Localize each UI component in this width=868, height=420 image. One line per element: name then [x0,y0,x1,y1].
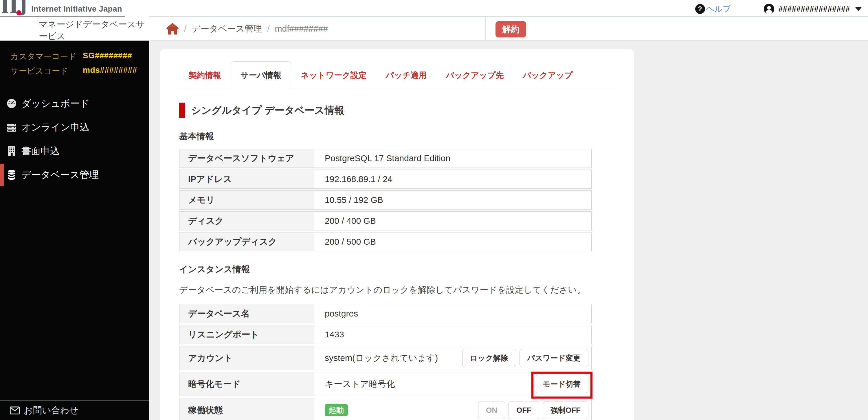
tab-patch-apply[interactable]: パッチ適用 [376,62,436,89]
encryption-mode-value: キーストア暗号化 [325,378,395,390]
basic-info-table: データベースソフトウェア PostgreSQL 17 Standard Edit… [179,149,592,251]
breadcrumb-separator: / [184,24,186,34]
iij-logo-icon [2,0,30,16]
service-name: マネージドデータベースサービス [39,19,149,42]
customer-code-row: カスタマーコード SG######## [10,51,149,62]
sidebar-item-label: ダッシュボード [22,97,90,110]
row-label: データベースソフトウェア [180,149,314,168]
table-row: メモリ 10.55 / 192 GB [179,191,592,209]
database-icon [6,170,17,180]
breadcrumb-separator: / [267,24,270,34]
sidebar-item-label: 書面申込 [22,145,60,158]
table-row-account: アカウント system(ロックされています) ロック解除 パスワード変更 [179,346,592,370]
breadcrumb-current: mdf######## [275,24,328,34]
customer-code-value: SG######## [83,51,132,62]
basic-info-heading: 基本情報 [179,131,615,142]
table-row: データベースソフトウェア PostgreSQL 17 Standard Edit… [179,149,592,168]
sidebar-item-dashboard[interactable]: ダッシュボード [0,92,149,115]
row-value: 1433 [314,325,591,344]
row-value: 200 / 400 GB [314,212,591,230]
sidebar-item-online-application[interactable]: オンライン申込 [0,115,149,139]
user-avatar-icon [764,3,775,15]
help-link[interactable]: ? ヘルプ [695,3,731,15]
building-icon [6,146,17,156]
breadcrumb-section[interactable]: データベース管理 [192,23,262,35]
section-header: シングルタイプ データベース情報 [179,103,615,118]
detail-card: 契約情報 サーバ情報 ネットワーク設定 パッチ適用 バックアップ先 バックアップ… [160,49,634,420]
logo-brand-text: Internet Initiative Japan [31,5,122,13]
servers-icon [6,122,17,133]
sidebar-item-label: オンライン申込 [22,121,89,134]
unlock-button[interactable]: ロック解除 [462,349,516,367]
row-label: 暗号化モード [180,372,314,396]
header-actions: ? ヘルプ ################ [695,3,862,15]
user-name: ################ [779,5,850,13]
service-code-label: サービスコード [10,65,83,77]
tab-bar: 契約情報 サーバ情報 ネットワーク設定 パッチ適用 バックアップ先 バックアップ [179,57,615,89]
row-label: メモリ [180,191,314,209]
user-menu[interactable]: ################ [764,3,862,15]
help-label: ヘルプ [706,3,731,15]
mode-switch-button[interactable]: モード切替 [535,375,588,393]
table-row: バックアップディスク 200 / 500 GB [179,232,592,251]
row-label: バックアップディスク [180,232,314,251]
home-icon[interactable] [166,23,179,34]
sidebar-item-contact[interactable]: お問い合わせ [0,400,149,420]
annotated-button-wrap: モード切替 [535,375,588,393]
row-label: ディスク [180,212,314,230]
page-title: シングルタイプ データベース情報 [191,104,344,117]
main-content: 契約情報 サーバ情報 ネットワーク設定 パッチ適用 バックアップ先 バックアップ… [149,40,868,420]
breadcrumb-bar: / データベース管理 / mdf######## 解約 [149,17,868,40]
sidebar: カスタマーコード SG######## サービスコード mds######## [0,40,149,420]
envelope-icon [10,407,20,415]
tab-contract-info[interactable]: 契約情報 [179,62,231,89]
terminate-button[interactable]: 解約 [496,21,526,37]
table-row: IPアドレス 192.168.89.1 / 24 [179,170,592,189]
instance-note: データベースのご利用を開始するにはアカウントのロックを解除してパスワードを設定し… [179,284,615,296]
row-value: 10.55 / 192 GB [314,191,591,209]
instance-info-table: データベース名 postgres リスニングポート 1433 アカウント sys… [179,304,592,420]
logo-block: Internet Initiative Japan マネージドデータベースサービ… [0,0,149,40]
status-badge: 起動 [325,404,348,416]
sidebar-item-database-management[interactable]: データベース管理 [0,163,149,187]
row-value: 192.168.89.1 / 24 [314,170,591,188]
active-item-marker [0,164,4,186]
page-root: Internet Initiative Japan マネージドデータベースサービ… [0,0,868,420]
row-value: 200 / 500 GB [314,232,591,251]
logo-rule [0,16,125,17]
table-row: リスニングポート 1433 [179,325,592,344]
row-value-cell: 起動 ON OFF 強制OFF [314,398,591,420]
account-actions: ロック解除 パスワード変更 [462,349,588,367]
table-row: ディスク 200 / 400 GB [179,211,592,230]
question-circle-icon: ? [695,4,705,14]
service-code-value: mds######## [83,65,137,77]
tab-backup-destination[interactable]: バックアップ先 [436,62,514,89]
row-value: postgres [314,304,591,323]
table-row: データベース名 postgres [179,304,592,323]
encryption-actions: モード切替 [535,375,588,393]
tab-server-info[interactable]: サーバ情報 [231,61,291,89]
row-label: データベース名 [180,304,314,323]
row-label: IPアドレス [180,170,314,188]
power-off-button[interactable]: OFF [508,401,539,419]
tab-backup[interactable]: バックアップ [514,62,582,89]
sidebar-item-document-application[interactable]: 書面申込 [0,139,149,163]
service-code-row: サービスコード mds######## [10,65,149,77]
power-actions: ON OFF 強制OFF [478,401,588,419]
row-value-cell: system(ロックされています) ロック解除 パスワード変更 [314,346,591,370]
customer-code-label: カスタマーコード [10,51,83,62]
account-value: system(ロックされています) [325,352,438,364]
sidebar-item-label: データベース管理 [22,168,99,181]
row-label: リスニングポート [180,325,314,344]
breadcrumb-divider [485,17,486,40]
row-label: アカウント [180,346,314,370]
power-on-button[interactable]: ON [478,401,505,419]
force-off-button[interactable]: 強制OFF [543,401,588,419]
change-password-button[interactable]: パスワード変更 [520,349,588,367]
tab-network-settings[interactable]: ネットワーク設定 [291,62,376,89]
table-row-running-state: 稼働状態 起動 ON OFF 強制OFF [179,398,592,420]
row-value-cell: キーストア暗号化 モード切替 [314,372,591,396]
section-accent-bar [179,103,185,118]
gauge-icon [6,98,17,109]
row-value: PostgreSQL 17 Standard Edition [314,149,591,168]
